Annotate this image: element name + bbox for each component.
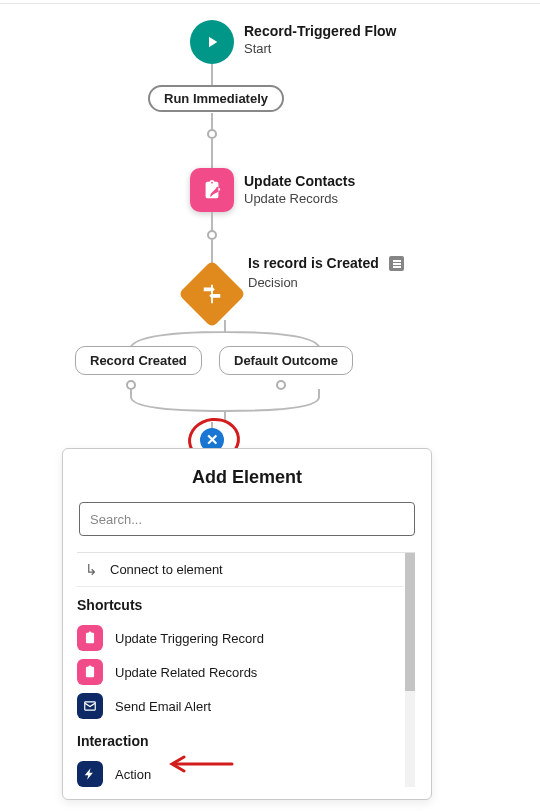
close-icon: ✕ — [206, 431, 219, 449]
update-contacts-node[interactable] — [190, 168, 234, 212]
signpost-icon — [201, 283, 223, 305]
add-element-panel: Add Element ↳ Connect to element Shortcu… — [62, 448, 432, 800]
branch-right-pill[interactable]: Default Outcome — [219, 346, 353, 375]
update-contacts-title: Update Contacts — [244, 172, 355, 190]
branch-left-pill[interactable]: Record Created — [75, 346, 202, 375]
decision-node[interactable] — [178, 260, 246, 328]
connect-arrow-icon: ↳ — [85, 561, 98, 579]
update-contacts-subtitle: Update Records — [244, 190, 355, 207]
connect-to-element-item[interactable]: ↳ Connect to element — [77, 553, 403, 587]
shortcut-update-triggering[interactable]: Update Triggering Record — [77, 621, 403, 655]
annotation-arrow — [164, 754, 234, 774]
section-interaction-header: Interaction — [77, 733, 403, 749]
search-input[interactable] — [79, 502, 415, 536]
connector — [211, 113, 213, 129]
list-item-label: Send Email Alert — [115, 699, 211, 714]
connector — [211, 138, 213, 168]
section-shortcuts-header: Shortcuts — [77, 597, 403, 613]
scrollbar-thumb[interactable] — [405, 553, 415, 691]
list-item-label: Action — [115, 767, 151, 782]
shortcut-send-email[interactable]: Send Email Alert — [77, 689, 403, 723]
start-subtitle: Start — [244, 40, 396, 57]
clipboard-icon — [77, 659, 103, 685]
start-title: Record-Triggered Flow — [244, 22, 396, 40]
scrollbar-track[interactable] — [405, 553, 415, 787]
connector — [211, 212, 213, 230]
clipboard-icon — [77, 625, 103, 651]
connector — [211, 64, 213, 86]
decision-subtitle: Decision — [248, 274, 298, 291]
decision-title: Is record is Created — [248, 255, 379, 271]
shortcut-update-related[interactable]: Update Related Records — [77, 655, 403, 689]
bolt-icon — [77, 761, 103, 787]
connect-label: Connect to element — [110, 562, 223, 577]
start-node[interactable] — [190, 20, 234, 64]
list-item-label: Update Triggering Record — [115, 631, 264, 646]
clipboard-edit-icon — [201, 179, 223, 201]
interaction-action[interactable]: Action — [77, 757, 403, 791]
list-item-label: Update Related Records — [115, 665, 257, 680]
mail-icon — [77, 693, 103, 719]
play-icon — [203, 33, 221, 51]
run-immediately-pill[interactable]: Run Immediately — [148, 85, 284, 112]
description-icon[interactable] — [389, 256, 404, 271]
top-border — [0, 3, 540, 4]
panel-title: Add Element — [63, 467, 431, 488]
